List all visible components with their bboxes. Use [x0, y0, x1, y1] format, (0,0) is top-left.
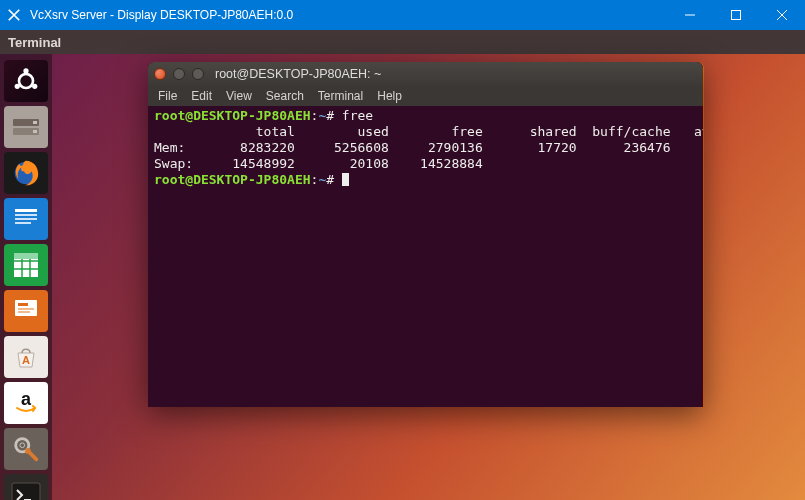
menu-terminal[interactable]: Terminal [312, 89, 369, 103]
maximize-button[interactable] [713, 0, 759, 30]
windows-title: VcXsrv Server - Display DESKTOP-JP80AEH:… [28, 8, 667, 22]
svg-point-24 [20, 443, 25, 448]
svg-rect-14 [15, 222, 31, 224]
svg-point-1 [19, 74, 33, 88]
terminal-body[interactable]: root@DESKTOP-JP80AEH:~# free total used … [148, 106, 703, 407]
svg-rect-7 [33, 121, 37, 124]
menu-file[interactable]: File [152, 89, 183, 103]
ubuntu-desktop: A a [0, 54, 805, 500]
svg-rect-11 [15, 209, 37, 212]
svg-rect-20 [18, 311, 30, 313]
svg-rect-18 [18, 303, 28, 306]
firefox-icon [11, 158, 41, 188]
window-minimize-button[interactable] [173, 68, 185, 80]
shopping-bag-icon: A [12, 343, 40, 371]
windows-titlebar: VcXsrv Server - Display DESKTOP-JP80AEH:… [0, 0, 805, 30]
launcher-amazon[interactable]: a [4, 382, 48, 424]
terminal-menubar: File Edit View Search Terminal Help [148, 86, 703, 106]
writer-icon [12, 205, 40, 233]
svg-rect-13 [15, 218, 37, 220]
svg-point-2 [23, 68, 28, 73]
windows-close-button[interactable] [759, 0, 805, 30]
unity-top-panel: Terminal [0, 30, 805, 54]
svg-text:a: a [21, 389, 32, 409]
menu-search[interactable]: Search [260, 89, 310, 103]
svg-rect-26 [12, 483, 40, 500]
impress-icon [12, 297, 40, 325]
calc-icon [12, 251, 40, 279]
vcxsrv-icon [0, 8, 28, 22]
terminal-title: root@DESKTOP-JP80AEH: ~ [215, 67, 381, 81]
svg-rect-8 [33, 130, 37, 133]
terminal-titlebar[interactable]: root@DESKTOP-JP80AEH: ~ [148, 62, 703, 86]
svg-rect-0 [732, 11, 741, 20]
launcher-ubuntu-dash[interactable] [4, 60, 48, 102]
amazon-icon: a [11, 388, 41, 418]
terminal-window: root@DESKTOP-JP80AEH: ~ File Edit View S… [148, 62, 703, 407]
menu-edit[interactable]: Edit [185, 89, 218, 103]
svg-text:A: A [22, 354, 30, 366]
window-close-button[interactable] [154, 68, 166, 80]
launcher-settings[interactable] [4, 428, 48, 470]
gear-wrench-icon [11, 434, 41, 464]
svg-rect-16 [14, 253, 38, 259]
launcher-impress[interactable] [4, 290, 48, 332]
launcher-calc[interactable] [4, 244, 48, 286]
panel-active-app: Terminal [8, 35, 61, 50]
launcher-terminal[interactable] [4, 474, 48, 500]
svg-point-25 [25, 448, 31, 454]
window-maximize-button[interactable] [192, 68, 204, 80]
unity-launcher: A a [0, 54, 52, 500]
svg-rect-19 [18, 308, 34, 310]
menu-view[interactable]: View [220, 89, 258, 103]
svg-point-4 [15, 84, 20, 89]
menu-help[interactable]: Help [371, 89, 408, 103]
svg-rect-12 [15, 214, 37, 216]
launcher-software[interactable]: A [4, 336, 48, 378]
svg-point-3 [32, 84, 37, 89]
ubuntu-logo-icon [12, 67, 40, 95]
terminal-icon [11, 482, 41, 500]
launcher-writer[interactable] [4, 198, 48, 240]
launcher-firefox[interactable] [4, 152, 48, 194]
files-icon [11, 114, 41, 140]
launcher-files[interactable] [4, 106, 48, 148]
minimize-button[interactable] [667, 0, 713, 30]
